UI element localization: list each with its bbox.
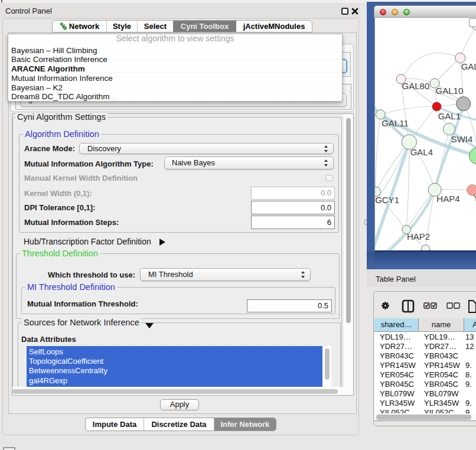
svg-text:SWI4: SWI4 bbox=[451, 134, 473, 144]
svg-text:Y: Y bbox=[473, 193, 476, 203]
svg-text:GAL1: GAL1 bbox=[438, 111, 461, 121]
svg-text:GAL80: GAL80 bbox=[402, 81, 430, 91]
svg-text:GAL11: GAL11 bbox=[382, 118, 409, 128]
svg-text:GAL4: GAL4 bbox=[410, 147, 433, 157]
svg-text:GAL2: GAL2 bbox=[461, 61, 476, 71]
svg-text:HAP2: HAP2 bbox=[407, 231, 430, 242]
svg-text:GCY1: GCY1 bbox=[375, 195, 399, 205]
svg-text:HAP4: HAP4 bbox=[436, 194, 459, 204]
svg-text:GAL10: GAL10 bbox=[436, 86, 464, 96]
